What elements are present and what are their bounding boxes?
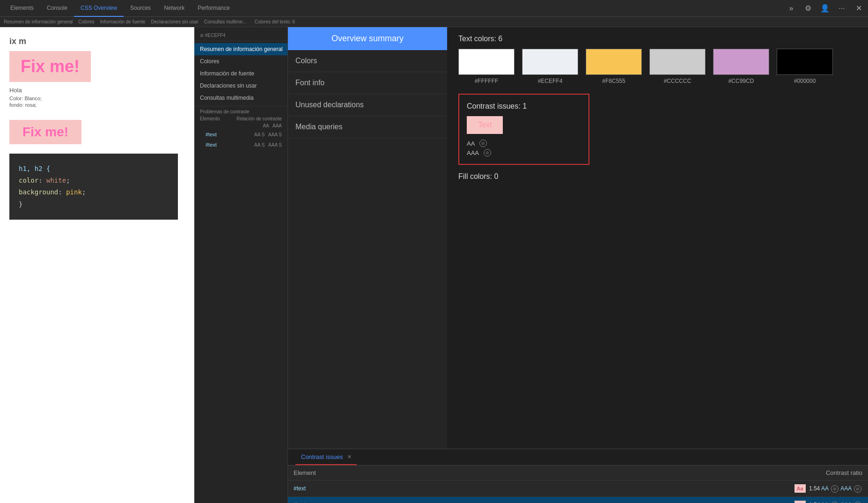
swatch-label-ffffff: #FFFFFF [475,78,499,84]
sidebar-contrast-item-2[interactable]: #text AA S AAA S [194,140,287,150]
swatch-label-cc99cd: #CC99CD [728,78,754,84]
sidebar-item-queries[interactable]: Consultas multimedia [194,92,287,104]
overview-nav: Overview summary Colors Font info Unused… [288,27,447,449]
sub-header-unused[interactable]: Declaraciones sin usar [151,19,199,24]
sub-header-text-colors: Colores del texto: 6 [255,19,295,24]
css-sidebar: ⊘ #ECEFF4 Resumen de información general… [194,27,288,503]
contrast-issues-title: Contrast issues: 1 [467,102,581,111]
contrast-issues-tab-label: Contrast issues [301,453,343,460]
code-line-close: } [19,199,169,210]
element-cell-1: #text [288,481,460,497]
devtools-panel: ⊘ #ECEFF4 Resumen de información general… [194,27,868,503]
tab-sources[interactable]: Sources [124,0,157,17]
sidebar-contrast-label: Problemas de contraste [194,108,287,115]
swatch-color-000000 [777,49,833,75]
overview-nav-media[interactable]: Media queries [288,116,447,138]
text-colors-heading: Text colors: 6 [458,35,857,43]
tab-network[interactable]: Network [157,0,191,17]
table-row-1[interactable]: #text Aa 1.54 AA ⊘ AAA ⊘ [288,481,868,497]
sub-header: Resumen de información general Colores I… [0,17,868,27]
sidebar-item-overview[interactable]: Resumen de información general [194,43,287,55]
ratio-cell-1: Aa 1.54 AA ⊘ AAA ⊘ [460,481,868,497]
fill-colors-heading: Fill colors: 0 [458,172,857,181]
tab-console[interactable]: Console [40,0,74,17]
element-col-label: Elemento [200,116,220,121]
webpage-title: ix m [9,37,185,46]
contrast-text-preview: Text [467,116,581,140]
sub-header-queries[interactable]: Consultas multime... [204,19,247,24]
sidebar-contrast-header2: AA AAA [194,122,287,129]
tab-css-overview[interactable]: CSS Overview [74,0,124,17]
code-line-2: background: pink; [19,186,169,198]
contrast-table: Element Contrast ratio #text Aa 1.54 AA … [288,466,868,503]
aa-fail-1: ⊘ [831,485,839,493]
contrast-issues-tab[interactable]: Contrast issues × [295,449,357,465]
bottom-tabs: Contrast issues × [288,449,868,466]
color-swatches: #FFFFFF #ECEFF4 #F8C555 #CCCCCC [458,49,857,84]
swatch-color-eceff4 [522,49,578,75]
close-icon[interactable]: ✕ [853,3,864,14]
swatch-ffffff[interactable]: #FFFFFF [458,49,515,84]
aaa-fail-icon: ⊘ [484,149,491,156]
sidebar-blocked-indicator: ⊘ #ECEFF4 [194,31,287,39]
fix-me-element-1: Fix me! [9,51,91,82]
swatch-label-000000: #000000 [794,78,816,84]
contrast-issues-box: Contrast issues: 1 Text AA ⊘ AAA ⊘ [458,94,589,165]
swatch-f8c555[interactable]: #F8C555 [586,49,642,84]
swatch-label-cccccc: #CCCCCC [664,78,691,84]
overview-nav-colors[interactable]: Colors [288,50,447,72]
webpage-panel: ix m Fix me! Hola Color: Blanco; fondo: … [0,27,194,503]
sidebar-item-font[interactable]: Información de fuente [194,67,287,80]
col-element: Element [288,466,460,481]
overview-nav-unused[interactable]: Unused declarations [288,94,447,116]
swatch-color-cc99cd [713,49,769,75]
aaa-fail-1: ⊘ [854,485,861,493]
css-right-content: Text colors: 6 #FFFFFF #ECEFF4 #F8C55 [447,27,868,449]
code-block: h1, h2 { color: white; background: pink;… [9,154,178,220]
more-tabs-icon[interactable]: » [786,3,797,14]
overview-nav-summary[interactable]: Overview summary [288,27,447,50]
tab-elements[interactable]: Elements [4,0,40,17]
swatch-color-cccccc [649,49,706,75]
swatch-color-ffffff [458,49,515,75]
swatch-color-f8c555 [586,49,642,75]
aa-label: AA [467,140,475,147]
ratio-col-label: Relación de contraste [236,116,282,121]
aa-fail-icon: ⊘ [479,140,487,147]
sidebar-item-unused[interactable]: Declaraciones sin usar [194,80,287,92]
contrast-issues-tab-close[interactable]: × [347,453,351,460]
swatch-eceff4[interactable]: #ECEFF4 [522,49,578,84]
col-ratio: Contrast ratio [460,466,868,481]
sidebar-contrast-item-1[interactable]: #text AA S AAA S [194,129,287,140]
aaa-label: AAA [467,149,479,156]
settings-icon[interactable]: ⚙ [802,3,814,14]
sub-header-font[interactable]: Información de fuente [100,19,146,24]
sub-header-overview[interactable]: Resumen de información general [4,19,73,24]
sidebar-item-colors[interactable]: Colores [194,55,287,67]
swatch-label-f8c555: #F8C555 [602,78,625,84]
main-layout: ix m Fix me! Hola Color: Blanco; fondo: … [0,27,868,503]
swatch-000000[interactable]: #000000 [777,49,833,84]
aa-badge-row: AA ⊘ [467,140,581,147]
table-row-2[interactable]: #text Aa 1.54 AA ⊘ AAA ⊘ [288,497,868,503]
swatch-cc99cd[interactable]: #CC99CD [713,49,769,84]
code-line-selector: h1, h2 { [19,163,169,175]
overview-nav-font[interactable]: Font info [288,72,447,94]
sidebar-contrast-header-row: Elemento Relación de contraste [194,115,287,122]
tab-performance[interactable]: Performance [191,0,236,17]
contrast-badges: AA ⊘ AAA ⊘ [467,140,581,156]
ellipsis-icon[interactable]: ··· [836,3,847,14]
hola-text: Hola [9,87,185,94]
fondo-info: fondo: rosa; [9,102,185,108]
aaa-badge-row: AAA ⊘ [467,149,581,156]
user-icon[interactable]: 👤 [819,3,831,14]
tab-bar: Elements Console CSS Overview Sources Ne… [0,0,868,17]
fix-me-button[interactable]: Fix me! [9,120,81,144]
webpage-content: ix m Fix me! Hola Color: Blanco; fondo: … [0,27,194,503]
color-info: Color: Blanco; [9,96,185,101]
sub-header-colors[interactable]: Colores [78,19,94,24]
ratio-cell-2: Aa 1.54 AA ⊘ AAA ⊘ [460,497,868,503]
element-cell-2: #text [288,497,460,503]
swatch-cccccc[interactable]: #CCCCCC [649,49,706,84]
ratio-text-1: 1.54 [809,485,821,492]
